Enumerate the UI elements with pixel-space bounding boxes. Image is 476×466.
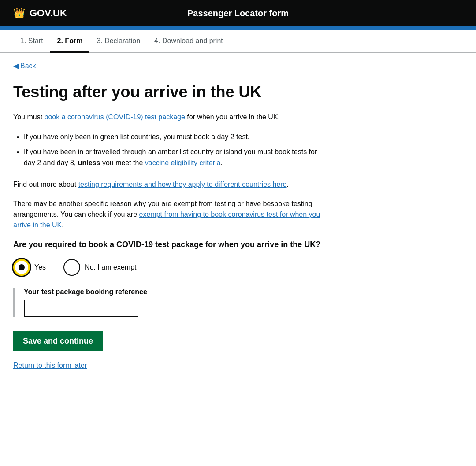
- radio-no-label: No, I am exempt: [85, 263, 136, 271]
- tab-declaration[interactable]: 3. Declaration: [89, 30, 147, 53]
- tab-download[interactable]: 4. Download and print: [147, 30, 230, 53]
- return-link[interactable]: Return to this form later: [13, 362, 322, 370]
- radio-yes-option[interactable]: Yes: [13, 259, 46, 276]
- radio-no-option[interactable]: No, I am exempt: [63, 259, 136, 276]
- bullet-item-1: If you have only been in green list coun…: [24, 131, 322, 143]
- radio-group: Yes No, I am exempt: [13, 259, 322, 276]
- back-link[interactable]: ◀ Back: [13, 62, 36, 70]
- radio-no-circle: [63, 259, 80, 276]
- logo-text: GOV.UK: [30, 7, 67, 19]
- save-continue-button[interactable]: Save and continue: [13, 331, 103, 351]
- exempt-paragraph: There may be another specific reason why…: [13, 199, 322, 230]
- crown-icon: 👑: [13, 7, 25, 19]
- question-label: Are you required to book a COVID-19 test…: [13, 239, 322, 250]
- intro-paragraph: You must book a coronavirus (COVID-19) t…: [13, 112, 322, 122]
- step-navigation: 1. Start 2. Form 3. Declaration 4. Downl…: [0, 30, 476, 53]
- testing-requirements-link[interactable]: testing requirements and how they apply …: [78, 181, 287, 188]
- page-heading: Testing after you arrive in the UK: [13, 82, 322, 101]
- gov-logo: 👑 GOV.UK: [13, 7, 163, 19]
- intro-pre-link: You must: [13, 113, 45, 121]
- tab-form[interactable]: 2. Form: [50, 30, 90, 53]
- covid-test-link[interactable]: book a coronavirus (COVID-19) test packa…: [45, 113, 185, 121]
- bullet-list: If you have only been in green list coun…: [13, 131, 322, 169]
- blue-accent-bar: [0, 26, 476, 30]
- back-arrow-icon: ◀: [13, 62, 19, 70]
- booking-ref-label: Your test package booking reference: [24, 288, 322, 296]
- find-out-paragraph: Find out more about testing requirements…: [13, 179, 322, 190]
- radio-yes-circle: [13, 259, 30, 276]
- site-header: 👑 GOV.UK Passenger Locator form: [0, 0, 476, 26]
- bullet-item-2: If you have been in or travelled through…: [24, 146, 322, 169]
- page-title: Passenger Locator form: [163, 8, 313, 18]
- conditional-reveal: Your test package booking reference: [13, 288, 322, 317]
- booking-ref-input[interactable]: [24, 300, 138, 317]
- back-label: Back: [20, 62, 36, 70]
- main-content: ◀ Back Testing after you arrive in the U…: [0, 53, 335, 387]
- unless-bold: unless: [78, 159, 100, 166]
- intro-post-link: for when you arrive in the UK.: [185, 113, 280, 121]
- radio-yes-dot: [19, 264, 25, 270]
- radio-yes-label: Yes: [34, 263, 46, 271]
- vaccine-eligibility-link[interactable]: vaccine eligibility criteria: [145, 159, 221, 166]
- tab-start[interactable]: 1. Start: [13, 30, 50, 53]
